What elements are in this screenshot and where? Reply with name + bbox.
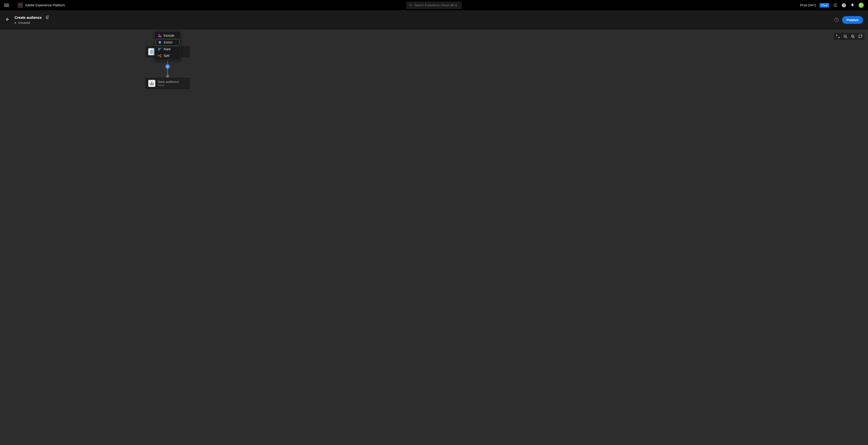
sub-header-right: ? Publish (835, 16, 863, 24)
menu-item-split[interactable]: Split (156, 53, 180, 59)
svg-point-6 (835, 5, 836, 5)
svg-point-16 (46, 17, 47, 18)
menu-label-rank: Rank (164, 47, 170, 51)
svg-rect-34 (158, 49, 160, 50)
page-title: Create audience (14, 15, 42, 20)
chevron-down-icon (166, 75, 169, 78)
svg-point-26 (150, 50, 152, 52)
search-input[interactable] (414, 3, 459, 7)
sub-header: Create audience Unsaved ? Publish (0, 10, 868, 29)
canvas[interactable]: Audience + Save audience Save Exclude En… (0, 29, 868, 445)
top-right-controls: Prod (VA7) Prod ? (800, 2, 864, 8)
zoom-controls (834, 33, 865, 40)
context-menu: Exclude Enrich Rank Split (154, 31, 181, 60)
svg-point-36 (158, 55, 159, 56)
help-circle-icon[interactable]: ? (835, 18, 839, 22)
menu-label-exclude: Exclude (164, 34, 175, 37)
svg-point-32 (159, 41, 161, 42)
svg-point-5 (834, 5, 835, 5)
svg-rect-33 (158, 48, 161, 49)
save-node-sub: Save (158, 83, 179, 87)
svg-point-2 (834, 3, 835, 4)
svg-line-1 (411, 5, 412, 6)
svg-point-38 (160, 56, 161, 57)
settings-sliders-icon[interactable] (45, 15, 49, 20)
menu-label-enrich: Enrich (164, 41, 173, 44)
svg-point-9 (835, 6, 836, 7)
menu-item-exclude[interactable]: Exclude (156, 32, 180, 39)
svg-rect-35 (158, 50, 160, 51)
hamburger-menu-icon[interactable] (4, 3, 9, 8)
search-box[interactable] (406, 2, 462, 9)
bell-icon[interactable] (850, 3, 855, 8)
zoom-out-icon[interactable] (843, 34, 847, 38)
svg-text:?: ? (843, 4, 845, 7)
help-icon[interactable]: ? (841, 3, 846, 8)
top-bar: Adobe Experience Platform Prod (VA7) Pro… (0, 0, 868, 10)
add-step-button[interactable]: + (165, 64, 170, 69)
search-container (406, 2, 462, 9)
enrich-icon (158, 40, 162, 44)
menu-label-split: Split (164, 54, 169, 58)
apps-grid-icon[interactable] (833, 3, 838, 8)
svg-point-7 (836, 5, 837, 5)
app-title: Adobe Experience Platform (25, 3, 65, 7)
menu-item-enrich[interactable]: Enrich (156, 39, 180, 46)
svg-point-0 (410, 4, 411, 5)
menu-item-rank[interactable]: Rank (156, 46, 180, 53)
fit-screen-icon[interactable] (836, 34, 840, 38)
save-audience-node[interactable]: Save audience Save (145, 78, 190, 89)
svg-point-10 (836, 6, 837, 7)
publish-button[interactable]: Publish (842, 16, 863, 24)
adobe-logo-icon (18, 2, 23, 8)
svg-point-4 (836, 3, 837, 4)
rank-icon (158, 47, 162, 51)
save-node-title: Save audience (158, 80, 179, 83)
svg-point-28 (159, 34, 160, 36)
status-text: Unsaved (18, 21, 30, 25)
save-icon (148, 80, 155, 87)
svg-point-3 (835, 3, 836, 4)
svg-point-37 (160, 54, 161, 55)
zoom-in-icon[interactable] (851, 34, 855, 38)
back-arrow-icon[interactable] (5, 17, 9, 23)
status-dot-icon (14, 22, 16, 24)
avatar[interactable] (859, 2, 864, 8)
svg-line-20 (846, 37, 847, 38)
svg-point-27 (152, 51, 153, 52)
svg-point-18 (47, 18, 48, 19)
page-titles: Create audience Unsaved (14, 15, 49, 25)
svg-line-30 (160, 36, 161, 37)
svg-line-23 (854, 37, 855, 38)
prod-badge[interactable]: Prod (819, 3, 829, 7)
env-label: Prod (VA7) (800, 3, 816, 7)
svg-point-14 (48, 15, 49, 16)
svg-point-8 (834, 6, 835, 7)
minimap-icon[interactable] (859, 34, 863, 38)
exclude-icon (158, 34, 162, 38)
split-icon (158, 54, 162, 58)
search-icon (409, 3, 412, 7)
